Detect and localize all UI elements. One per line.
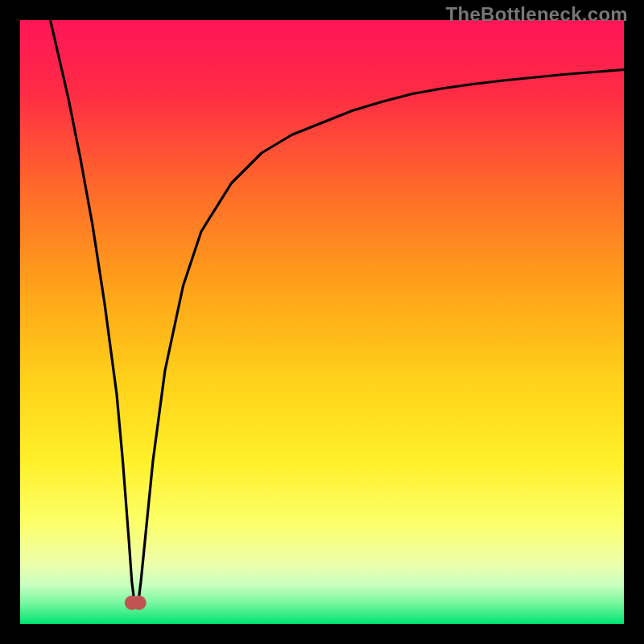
min-markers	[125, 596, 147, 610]
gradient-bg	[20, 20, 624, 624]
chart-frame: TheBottleneck.com	[0, 0, 644, 644]
min-marker	[132, 596, 147, 610]
plot-svg	[20, 20, 624, 624]
plot-area	[20, 20, 624, 624]
